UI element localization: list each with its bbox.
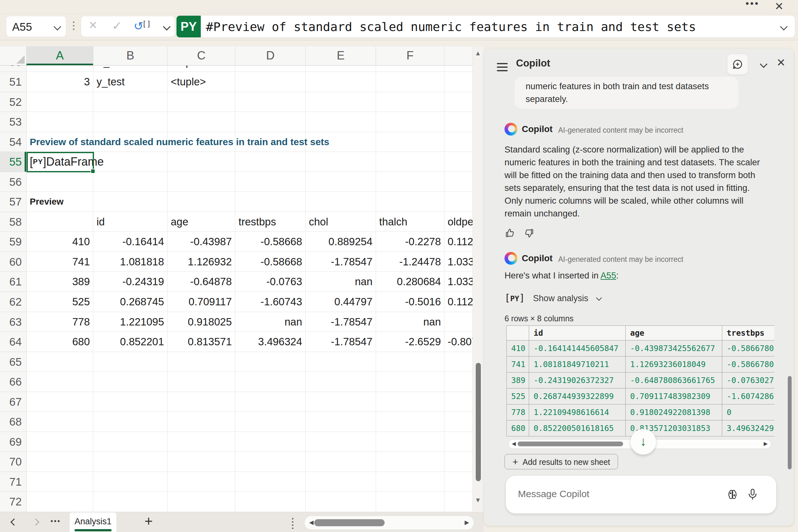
cell-G51[interactable] (444, 72, 473, 92)
chevron-down-icon[interactable] (53, 23, 61, 31)
cell-B70[interactable] (93, 452, 168, 472)
cell-G55[interactable] (444, 152, 473, 172)
cell-D66[interactable] (235, 372, 306, 392)
cell-C60[interactable]: 1.126932 (168, 252, 235, 272)
cell-F53[interactable] (376, 112, 444, 132)
cell-E69[interactable] (306, 432, 376, 452)
cell-D67[interactable] (235, 392, 306, 412)
cell-C71[interactable] (168, 472, 235, 492)
cell-D61[interactable]: -0.0763 (235, 272, 306, 292)
cell-B58[interactable]: id (93, 212, 168, 232)
cell-E59[interactable]: 0.889254 (306, 232, 376, 252)
cell-F58[interactable]: thalch (376, 212, 444, 232)
cell-F56[interactable] (376, 172, 444, 192)
show-analysis-label[interactable]: Show analysis (533, 293, 588, 303)
row-header-69[interactable]: 69 (0, 432, 26, 452)
cell-D53[interactable] (235, 112, 306, 132)
cell-C68[interactable] (168, 412, 235, 432)
cell-D65[interactable] (235, 352, 306, 372)
cancel-icon[interactable]: × (89, 17, 97, 33)
cell-C59[interactable]: -0.43987 (168, 232, 235, 252)
cell-E64[interactable]: -1.78547 (306, 332, 376, 352)
microphone-icon[interactable] (746, 488, 759, 501)
cell-C63[interactable]: 0.918025 (168, 312, 235, 332)
cell-D52[interactable] (235, 92, 306, 112)
cell-E50[interactable] (306, 65, 376, 72)
cell-G57[interactable] (444, 192, 473, 212)
cell-C55[interactable] (168, 152, 235, 172)
formula-input[interactable]: #Preview of standard scaled numeric feat… (201, 16, 795, 37)
cell-G50[interactable] (444, 65, 473, 72)
cell-C65[interactable] (168, 352, 235, 372)
chevron-down-icon[interactable] (163, 23, 170, 31)
row-header-65[interactable]: 65 (0, 352, 26, 372)
collapse-panel-icon[interactable] (760, 60, 767, 68)
prev-sheet-icon[interactable] (11, 518, 18, 526)
cell-D58[interactable]: trestbps (235, 212, 306, 232)
close-panel-icon[interactable]: × (777, 54, 785, 70)
select-all-corner[interactable] (0, 46, 26, 65)
row-header-59[interactable]: 59 (0, 232, 26, 252)
cell-E51[interactable] (306, 72, 376, 92)
cell-B65[interactable] (93, 352, 168, 372)
scroll-left-icon[interactable]: ◀ (512, 440, 516, 446)
cell-F69[interactable] (376, 432, 444, 452)
cell-B62[interactable]: 0.268745 (93, 292, 168, 312)
row-header-66[interactable]: 66 (0, 372, 26, 392)
cell-D64[interactable]: 3.496324 (235, 332, 306, 352)
column-header-E[interactable]: E (306, 46, 376, 65)
cell-D63[interactable]: nan (235, 312, 306, 332)
row-header-63[interactable]: 63 (0, 312, 26, 332)
row-header-51[interactable]: 51 (0, 72, 26, 92)
cell-F65[interactable] (376, 352, 444, 372)
cell-A51[interactable]: 3 (26, 72, 93, 92)
cell-G52[interactable] (444, 92, 473, 112)
row-header-53[interactable]: 53 (0, 112, 26, 132)
row-header-50[interactable]: 50 (0, 65, 26, 72)
cell-B50[interactable]: X_test (93, 65, 168, 72)
cell-B56[interactable] (93, 172, 168, 192)
cell-E63[interactable]: -1.78547 (306, 312, 376, 332)
row-header-71[interactable]: 71 (0, 472, 26, 492)
cell-D56[interactable] (235, 172, 306, 192)
cell-B55[interactable] (93, 152, 168, 172)
cell-C57[interactable] (168, 192, 235, 212)
cell-reference-link[interactable]: A55 (601, 270, 616, 280)
cell-D51[interactable] (235, 72, 306, 92)
cell-B61[interactable]: -0.24319 (93, 272, 168, 292)
formula-expand-icon[interactable] (780, 23, 787, 31)
sheet-horizontal-scrollbar[interactable]: ◀ ▶ (304, 516, 474, 530)
horizontal-scrollbar-thumb[interactable] (314, 519, 385, 526)
cell-B63[interactable]: 1.221095 (93, 312, 168, 332)
panel-scrollbar-thumb[interactable] (788, 376, 792, 469)
row-header-55[interactable]: 55 (0, 152, 26, 172)
row-header-52[interactable]: 52 (0, 92, 26, 112)
column-header-A[interactable]: A (26, 46, 93, 65)
cell-A70[interactable] (26, 452, 93, 472)
row-header-62[interactable]: 62 (0, 292, 26, 312)
formula-bar-drag-handle[interactable] (73, 19, 75, 32)
cell-A57[interactable]: Preview (26, 192, 93, 212)
add-results-button[interactable]: +Add results to new sheet (505, 454, 618, 469)
thumbs-up-icon[interactable] (505, 228, 515, 239)
cell-E68[interactable] (306, 412, 376, 432)
ai-brain-icon[interactable] (726, 489, 739, 501)
cell-F68[interactable] (376, 412, 444, 432)
sheet-vertical-scrollbar[interactable]: ▲ ▼ (473, 46, 484, 512)
column-header-F[interactable]: F (376, 46, 444, 65)
cell-E67[interactable] (306, 392, 376, 412)
cell-D59[interactable]: -0.58668 (235, 232, 306, 252)
cell-B68[interactable] (93, 412, 168, 432)
cell-F52[interactable] (376, 92, 444, 112)
cell-E58[interactable]: chol (306, 212, 376, 232)
show-analysis-row[interactable]: PY Show analysis (505, 292, 601, 303)
cell-A60[interactable]: 741 (26, 252, 93, 272)
cell-A56[interactable] (26, 172, 93, 192)
cell-D60[interactable]: -0.58668 (235, 252, 306, 272)
cell-B60[interactable]: 1.081818 (93, 252, 168, 272)
cell-C58[interactable]: age (168, 212, 235, 232)
cell-D57[interactable] (235, 192, 306, 212)
scroll-up-icon[interactable]: ▲ (475, 50, 481, 57)
cell-B72[interactable] (93, 492, 168, 512)
cell-D71[interactable] (235, 472, 306, 492)
